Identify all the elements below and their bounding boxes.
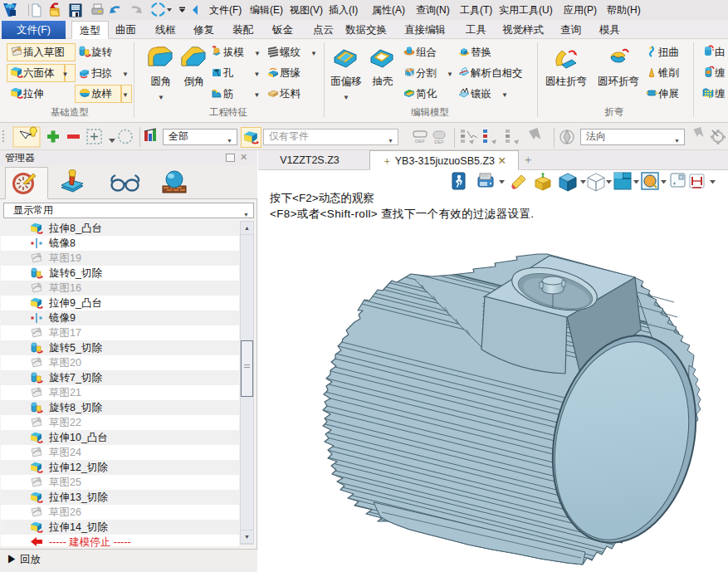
svg-text:DEF: DEF bbox=[434, 139, 444, 144]
svg-text:DEF: DEF bbox=[415, 139, 425, 144]
